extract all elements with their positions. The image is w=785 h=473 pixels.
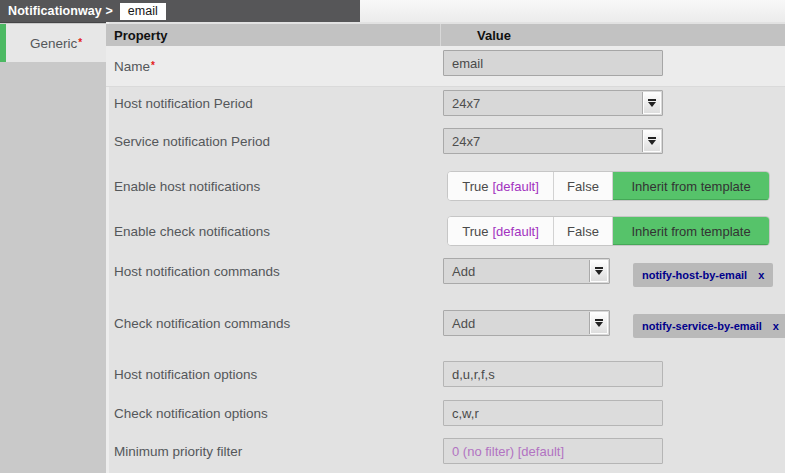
host-notification-options-input[interactable] [443,361,663,387]
field-label-check-notification-options: Check notification options [114,400,268,426]
field-label-enable-host-notifications: Enable host notifications [114,171,260,201]
column-header-value: Value [477,24,511,46]
field-label-service-notification-period: Service notification Period [114,128,270,154]
table-header: Property Value [106,24,785,46]
top-filler [360,0,785,23]
column-header-property: Property [114,24,167,46]
tag-remove-icon[interactable]: x [758,269,764,281]
check-notification-options-input[interactable] [443,400,663,426]
column-divider [440,24,441,46]
true-default-button[interactable]: True [default] [448,172,554,200]
tab-label: Generic [30,36,77,51]
inherit-from-template-button[interactable]: Inherit from template [613,172,769,200]
tag-label: notify-service-by-email [642,320,762,332]
minimum-priority-filter-input[interactable] [443,438,663,464]
true-default-button[interactable]: True [default] [448,217,554,245]
field-label-host-notification-period: Host notification Period [114,90,253,116]
false-button[interactable]: False [554,217,613,245]
sidebar-tab-generic[interactable]: Generic* [0,24,106,62]
selected-value: 24x7 [452,134,480,149]
breadcrumb-item-email[interactable]: email [120,3,166,20]
breadcrumb-section: Notificationway > [8,4,113,18]
breadcrumb: Notificationway > email [0,0,360,23]
field-label-minimum-priority-filter: Minimum priority filter [114,438,242,464]
false-button[interactable]: False [554,172,613,200]
field-label-enable-check-notifications: Enable check notifications [114,216,270,246]
host-notification-commands-add-select[interactable]: Add [443,258,610,284]
inherit-from-template-button[interactable]: Inherit from template [613,217,769,245]
sidebar: Generic* [0,23,106,473]
check-notification-commands-add-select[interactable]: Add [443,310,610,336]
selected-value: Add [452,264,475,279]
dropdown-arrow-icon[interactable] [589,312,608,334]
field-label-host-notification-options: Host notification options [114,361,257,387]
field-label-host-notification-commands: Host notification commands [114,258,280,284]
dropdown-arrow-icon[interactable] [642,130,661,152]
default-note: [default] [492,179,538,194]
dropdown-arrow-icon[interactable] [589,260,608,282]
tag-label: notify-host-by-email [642,269,747,281]
service-notification-period-select[interactable]: 24x7 [443,128,663,154]
enable-check-notifications-toggle: True [default] False Inherit from templa… [447,216,770,246]
field-label-check-notification-commands: Check notification commands [114,310,290,336]
default-note: [default] [492,224,538,239]
name-input[interactable] [443,50,663,76]
host-notification-period-select[interactable]: 24x7 [443,90,663,116]
enable-host-notifications-toggle: True [default] False Inherit from templa… [447,171,770,201]
selected-value: Add [452,316,475,331]
field-label-name: Name* [114,46,155,86]
dropdown-arrow-icon[interactable] [642,92,661,114]
form-panel: Property Value Name* Host notification P… [106,22,785,473]
tag-remove-icon[interactable]: x [773,320,779,332]
command-tag-notify-service-by-email: notify-service-by-email x [633,314,785,338]
selected-value: 24x7 [452,96,480,111]
notificationway-editor: Notificationway > email Generic* Propert… [0,0,785,473]
command-tag-notify-host-by-email: notify-host-by-email x [633,263,773,287]
